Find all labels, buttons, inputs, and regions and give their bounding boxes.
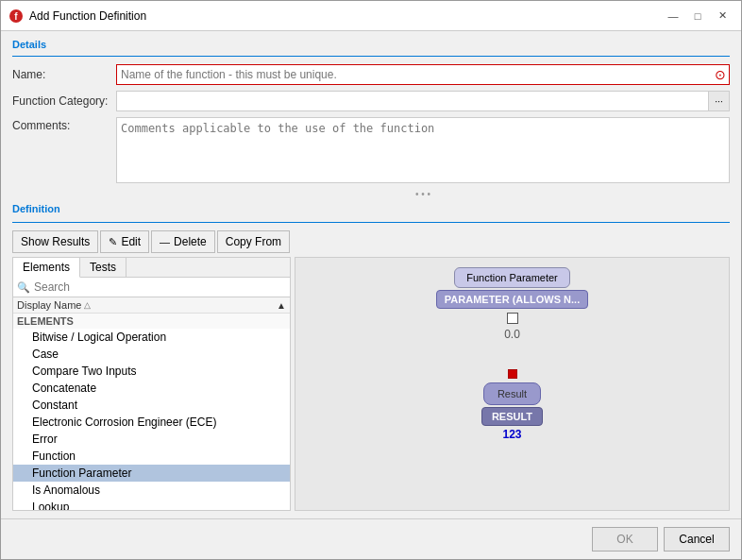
titlebar-left: f Add Function Definition: [8, 8, 146, 24]
close-button[interactable]: ✕: [711, 7, 734, 25]
search-input[interactable]: [34, 280, 286, 294]
main-window: f Add Function Definition — □ ✕ Details …: [0, 0, 742, 560]
elements-category: ELEMENTS: [13, 314, 290, 329]
maximize-button[interactable]: □: [686, 7, 709, 25]
category-browse-button[interactable]: ···: [709, 91, 730, 111]
delete-button[interactable]: — Delete: [151, 230, 215, 253]
list-item-selected[interactable]: Function Parameter: [13, 465, 290, 482]
list-item[interactable]: Bitwise / Logical Operation: [13, 329, 290, 346]
details-section-label: Details: [12, 39, 730, 50]
elements-list: ELEMENTS Bitwise / Logical Operation Cas…: [13, 314, 290, 510]
list-item[interactable]: Function: [13, 448, 290, 465]
edit-label: Edit: [121, 235, 141, 248]
function-parameter-block: Function Parameter PARAMETER (ALLOWS N..…: [436, 267, 588, 341]
parameter-checkbox[interactable]: [507, 313, 518, 324]
error-icon: ⊙: [715, 67, 726, 82]
footer: OK Cancel: [1, 518, 741, 559]
tab-elements[interactable]: Elements: [13, 258, 80, 278]
result-label: RESULT: [481, 407, 543, 426]
definition-section: Definition Show Results ✎ Edit — Delete …: [12, 203, 730, 511]
name-label: Name:: [12, 68, 116, 81]
function-parameter-button[interactable]: Function Parameter: [454, 267, 570, 288]
copy-from-button[interactable]: Copy From: [217, 230, 290, 253]
result-button[interactable]: Result: [483, 382, 541, 405]
result-indicator: [508, 369, 517, 379]
name-input[interactable]: [116, 64, 730, 85]
left-panel: Elements Tests 🔍 Display Name △: [12, 257, 291, 511]
list-header-sort: Display Name △: [17, 299, 91, 311]
list-header: Display Name △ ▲: [13, 297, 290, 314]
comments-row: Comments:: [12, 117, 730, 183]
window-controls: — □ ✕: [662, 7, 734, 25]
app-icon: f: [8, 8, 24, 24]
parameter-value: 0.0: [504, 328, 520, 341]
edit-icon: ✎: [109, 236, 117, 248]
result-value: 123: [502, 428, 521, 441]
definition-divider: [12, 222, 730, 223]
comments-textarea[interactable]: [116, 117, 730, 183]
definition-section-label: Definition: [12, 203, 730, 214]
definition-toolbar: Show Results ✎ Edit — Delete Copy From: [12, 230, 730, 253]
titlebar: f Add Function Definition — □ ✕: [1, 1, 741, 31]
name-input-wrapper: ⊙: [116, 64, 730, 85]
window-title: Add Function Definition: [29, 9, 146, 23]
delete-icon: —: [160, 236, 170, 247]
list-item[interactable]: Case: [13, 346, 290, 363]
display-name-header: Display Name: [17, 299, 81, 311]
right-panel: Function Parameter PARAMETER (ALLOWS N..…: [295, 257, 730, 511]
details-section: Details Name: ⊙ Function Category: ···: [12, 39, 730, 203]
list-item[interactable]: Lookup: [13, 499, 290, 510]
list-item[interactable]: Is Anomalous: [13, 482, 290, 499]
details-divider: [12, 56, 730, 57]
category-row: Function Category: ···: [12, 91, 730, 111]
search-icon: 🔍: [17, 281, 30, 294]
function-parameter-label: PARAMETER (ALLOWS N...: [436, 290, 588, 309]
result-block: Result RESULT 123: [481, 369, 543, 441]
tab-tests[interactable]: Tests: [80, 258, 126, 277]
edit-button[interactable]: ✎ Edit: [100, 230, 149, 253]
minimize-button[interactable]: —: [662, 7, 684, 25]
comments-label: Comments:: [12, 117, 116, 183]
resize-handle: • • •: [116, 189, 730, 199]
definition-body: Elements Tests 🔍 Display Name △: [12, 257, 730, 511]
list-item[interactable]: Concatenate: [13, 380, 290, 397]
list-item[interactable]: Compare Two Inputs: [13, 363, 290, 380]
show-results-button[interactable]: Show Results: [12, 230, 98, 253]
cancel-button[interactable]: Cancel: [664, 527, 730, 552]
search-bar: 🔍: [13, 278, 290, 297]
category-input[interactable]: [116, 91, 709, 111]
ok-button[interactable]: OK: [592, 527, 658, 552]
list-item[interactable]: Constant: [13, 397, 290, 414]
category-label: Function Category:: [12, 94, 116, 108]
category-input-wrapper: ···: [116, 91, 730, 111]
name-row: Name: ⊙: [12, 64, 730, 85]
tabs-bar: Elements Tests: [13, 258, 290, 278]
list-item[interactable]: Error: [13, 431, 290, 448]
scroll-up-icon[interactable]: ▲: [277, 300, 286, 311]
sort-arrow-icon: △: [84, 300, 91, 310]
list-item[interactable]: Electronic Corrosion Engineer (ECE): [13, 414, 290, 431]
delete-label: Delete: [174, 235, 207, 248]
main-content: Details Name: ⊙ Function Category: ···: [1, 31, 741, 518]
